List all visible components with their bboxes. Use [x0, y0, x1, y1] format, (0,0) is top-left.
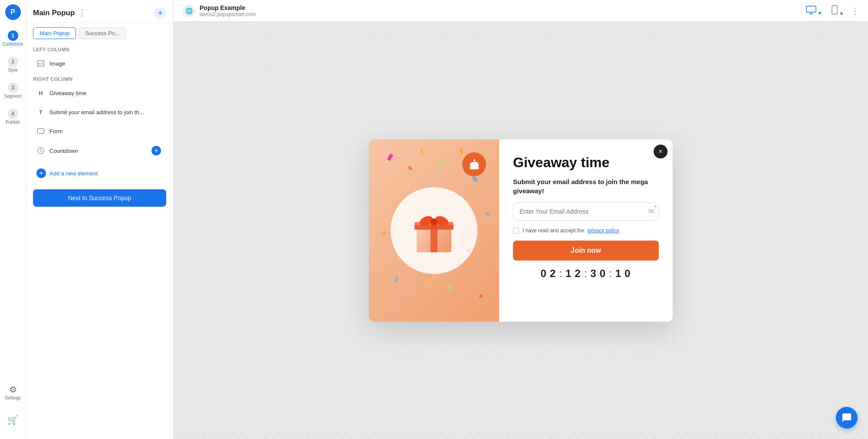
add-new-element-button[interactable]: + Add a new element: [30, 164, 170, 182]
step-2-label: Style: [8, 68, 17, 73]
countdown-icon: [36, 146, 45, 155]
step-1-label: Customize: [3, 42, 23, 46]
image-element-label: Image: [49, 60, 65, 67]
panel-add-button[interactable]: +: [154, 7, 166, 19]
count-d3: 1: [566, 267, 572, 280]
tab-main-popup[interactable]: Main Popup: [33, 27, 76, 39]
element-form[interactable]: Form: [30, 122, 170, 140]
privacy-checkbox[interactable]: [513, 228, 519, 234]
element-image[interactable]: Image: [30, 55, 170, 72]
element-heading[interactable]: H Giveaway time: [30, 84, 170, 102]
site-url: demo2.popupsmart.com: [200, 11, 256, 17]
svg-rect-2: [38, 129, 44, 134]
join-now-button[interactable]: Join now: [513, 241, 659, 261]
site-icon: 🌐: [182, 4, 195, 17]
nav-item-customize[interactable]: 1 Customize: [1, 26, 25, 50]
count-d4: 2: [575, 267, 581, 280]
add-element-label: Add a new element: [49, 170, 98, 177]
chat-button[interactable]: [836, 407, 858, 429]
popup-heading: Giveaway time: [513, 155, 659, 170]
mobile-device-button[interactable]: [829, 3, 845, 18]
step-1-num: 1: [8, 30, 18, 41]
left-column-label: LEFT COLUMN: [26, 43, 173, 54]
svg-rect-9: [473, 162, 475, 169]
privacy-policy-link[interactable]: privacy policy: [588, 228, 619, 234]
editor-panel: Main Popup ⋮ + Main Popup Success Po... …: [26, 0, 174, 439]
app-logo: P: [5, 4, 21, 20]
element-text[interactable]: T Submit your email address to join th..…: [30, 103, 170, 121]
step-3-label: Segment: [4, 94, 21, 99]
count-d8: 0: [625, 267, 631, 280]
top-bar-left: 🌐 Popup Example demo2.popupsmart.com: [182, 4, 256, 17]
required-star: *: [654, 205, 657, 211]
email-input-field[interactable]: [513, 203, 658, 220]
top-bar-info: Popup Example demo2.popupsmart.com: [200, 4, 256, 17]
nav-item-settings[interactable]: ⚙ Settings: [1, 380, 25, 404]
form-icon: [36, 127, 45, 135]
popup-close-button[interactable]: ×: [654, 145, 667, 158]
privacy-text: I have read and accept the: [523, 228, 584, 234]
email-input-wrapper: ✉ *: [513, 202, 659, 221]
nav-item-publish[interactable]: 4 Publish: [1, 104, 25, 129]
envelope-icon: ✉: [648, 207, 654, 215]
add-element-circle-icon: +: [36, 168, 46, 178]
settings-icon: ⚙: [9, 384, 17, 395]
canvas-area: 🌐 Popup Example demo2.popupsmart.com: [174, 0, 868, 439]
count-d5: 3: [590, 267, 597, 280]
text-element-label: Submit your email address to join th...: [49, 109, 144, 116]
popup-right-column: Giveaway time Submit your email address …: [499, 139, 673, 322]
count-sep-1: :: [559, 267, 563, 280]
panel-menu-dots[interactable]: ⋮: [78, 8, 86, 18]
tab-success-popup[interactable]: Success Po...: [79, 27, 126, 39]
popup-name-title: Popup Example: [200, 4, 256, 11]
count-sep-3: :: [609, 267, 613, 280]
add-after-countdown-button[interactable]: +: [151, 146, 161, 155]
panel-title-group: Main Popup ⋮: [33, 8, 86, 18]
countdown-element-label: Countdown: [49, 148, 78, 154]
text-icon: T: [36, 108, 45, 116]
svg-point-6: [834, 13, 835, 13]
svg-point-1: [42, 62, 43, 63]
popup-container: ×: [369, 139, 673, 322]
top-bar-menu-dots[interactable]: ⋮: [851, 6, 859, 16]
nav-item-style[interactable]: 2 Style: [1, 52, 25, 76]
element-countdown[interactable]: Countdown +: [30, 142, 170, 160]
svg-rect-14: [414, 225, 454, 230]
desktop-device-button[interactable]: [803, 4, 824, 17]
right-column-label: RIGHT COLUMN: [26, 73, 173, 83]
heading-element-label: Giveaway time: [49, 90, 86, 96]
next-to-success-button[interactable]: Next to Success Popup: [33, 189, 166, 207]
popup-subtext: Submit your email address to join the me…: [513, 177, 659, 195]
chat-icon: [842, 413, 852, 423]
panel-tabs: Main Popup Success Po...: [26, 23, 173, 43]
top-bar: 🌐 Popup Example demo2.popupsmart.com: [174, 0, 868, 22]
step-3-num: 3: [8, 83, 18, 93]
gift-box-svg: [408, 205, 460, 257]
count-d6: 0: [600, 267, 606, 280]
step-2-num: 2: [8, 56, 18, 67]
svg-rect-4: [806, 6, 816, 12]
device-switcher: ⋮: [803, 3, 859, 18]
mobile-icon: [832, 5, 838, 15]
nav-item-segment[interactable]: 3 Segment: [1, 78, 25, 102]
nav-item-extra[interactable]: 🛒: [1, 408, 25, 432]
step-4-label: Publish: [6, 120, 20, 125]
countdown-timer: 0 2 : 1 2 : 3 0 : 1 0: [513, 267, 659, 280]
popup-left-column: [369, 139, 499, 322]
panel-title-text: Main Popup: [33, 9, 75, 17]
count-d2: 2: [550, 267, 556, 280]
image-icon: [36, 59, 45, 68]
count-sep-2: :: [584, 267, 588, 280]
count-d1: 0: [541, 267, 547, 280]
svg-point-17: [431, 218, 437, 225]
settings-label: Settings: [5, 396, 20, 400]
gift-ribbon-icon: [468, 158, 480, 170]
sidebar-nav: P 1 Customize 2 Style 3 Segment 4 Publis…: [0, 0, 26, 439]
extra-icon: 🛒: [7, 415, 18, 425]
monitor-icon: [806, 6, 816, 14]
count-d7: 1: [615, 267, 622, 280]
gift-badge: [462, 152, 486, 176]
privacy-policy-row: I have read and accept the privacy polic…: [513, 228, 659, 234]
panel-header: Main Popup ⋮ +: [26, 0, 173, 23]
gift-circle: [391, 187, 477, 274]
